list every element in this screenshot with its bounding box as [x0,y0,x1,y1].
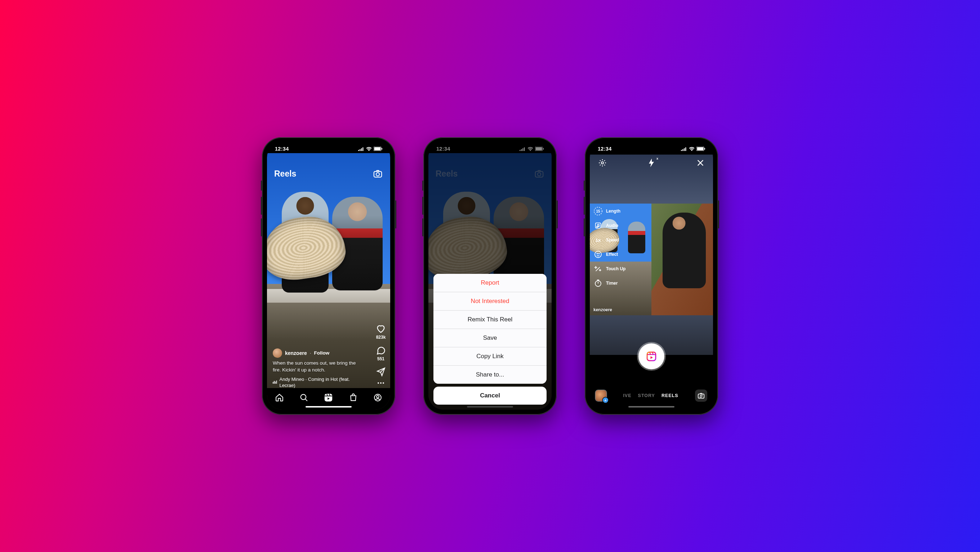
touchup-icon [593,264,603,274]
tab-home[interactable] [274,392,285,403]
tab-reels[interactable] [323,392,334,403]
tool-speed[interactable]: 1x Speed [593,235,625,245]
svg-point-4 [376,173,379,176]
phone-2: 12:34 Reels Report [423,137,557,415]
wifi-icon [689,147,695,151]
like-button[interactable]: 823k [376,324,386,340]
comment-button[interactable]: 551 [376,345,386,361]
screen-reels-feed: 12:34 Reels 823k [267,142,390,410]
svg-point-12 [377,395,379,398]
flash-icon [648,159,655,167]
tool-touchup[interactable]: Touch Up [593,264,625,274]
like-count: 823k [376,335,386,340]
battery-icon [535,146,544,151]
svg-point-21 [601,162,603,164]
more-icon [378,382,384,384]
reels-icon [646,351,657,362]
page-title: Reels [274,169,296,179]
mode-live[interactable]: IVE [623,393,631,398]
sheet-save[interactable]: Save [433,329,547,347]
close-icon [697,159,705,167]
more-button[interactable] [378,382,384,384]
clock: 12:34 [436,146,450,152]
heart-icon [376,324,386,334]
gear-icon [598,159,607,167]
flip-camera-icon [697,392,705,399]
sheet-remix[interactable]: Remix This Reel [433,310,547,329]
sheet-share-to[interactable]: Share to... [433,366,547,384]
share-icon [376,367,385,377]
flip-camera-button[interactable] [695,390,707,402]
svg-point-24 [597,226,598,227]
flash-button[interactable]: x [646,157,657,168]
svg-point-26 [595,251,601,258]
tool-effect[interactable]: Effect [593,250,625,259]
screen-remix-camera: 12:34 x [590,142,713,410]
shutter-button[interactable] [638,344,664,369]
close-button[interactable] [695,157,706,168]
sheet-report[interactable]: Report [433,274,547,292]
svg-rect-31 [698,394,705,398]
battery-icon [697,146,705,151]
settings-button[interactable] [597,157,608,168]
author-username[interactable]: kenzoere [285,350,307,357]
wifi-icon [527,147,533,151]
battery-icon [374,146,382,151]
comment-count: 551 [377,356,385,361]
svg-rect-1 [374,147,381,151]
tool-length[interactable]: 15 Length [593,207,625,216]
effect-icon [593,250,603,259]
author-avatar[interactable] [273,348,282,358]
signal-icon [520,147,526,151]
gallery-button[interactable]: + [595,390,606,401]
svg-rect-7 [275,382,275,384]
sheet-cancel[interactable]: Cancel [433,387,547,405]
notch [298,142,359,152]
length-icon: 15 [593,207,603,216]
tab-shop[interactable] [348,392,358,403]
sheet-not-interested[interactable]: Not Interested [433,292,547,310]
action-sheet: Report Not Interested Remix This Reel Sa… [433,274,547,405]
music-attribution[interactable]: Andy Mineo · Coming in Hot (feat. Lecrae… [273,376,364,389]
home-indicator[interactable] [305,406,352,408]
comment-icon [376,345,386,355]
signal-icon [358,147,364,151]
source-username: kenzoere [593,307,612,312]
timer-icon [593,278,603,288]
svg-rect-6 [274,381,275,384]
svg-rect-14 [536,147,542,151]
share-button[interactable] [376,367,385,377]
svg-rect-23 [595,223,601,228]
tab-profile[interactable] [372,392,383,403]
wifi-icon [366,147,372,151]
remix-camera-panel [651,204,713,315]
tab-search[interactable] [299,392,310,403]
svg-point-25 [598,226,599,227]
audio-bars-icon [273,380,277,385]
camera-icon[interactable] [372,168,383,179]
home-indicator[interactable] [628,406,675,408]
mode-reels[interactable]: REELS [662,393,678,398]
svg-rect-15 [543,148,544,150]
svg-point-28 [599,253,600,254]
follow-button[interactable]: Follow [314,350,329,356]
svg-rect-5 [273,382,274,384]
clock: 12:34 [275,146,289,152]
sheet-copy-link[interactable]: Copy Link [433,347,547,366]
svg-rect-2 [382,148,382,150]
home-indicator[interactable] [467,406,513,408]
svg-point-9 [301,394,306,399]
plus-badge-icon: + [603,398,608,403]
svg-rect-10 [325,393,332,401]
screen-action-sheet: 12:34 Reels Report [428,142,552,410]
tool-audio[interactable]: Audio [593,221,625,230]
tool-timer[interactable]: Timer [593,278,625,288]
mode-selector[interactable]: IVE STORY REELS [623,393,678,398]
svg-rect-20 [705,148,705,150]
svg-point-27 [597,253,598,254]
phone-3: 12:34 x [585,137,718,415]
mode-story[interactable]: STORY [638,393,655,398]
notch [460,142,520,152]
speed-icon: 1x [593,235,603,245]
caption: When the sun comes out, we bring the fir… [273,360,364,373]
